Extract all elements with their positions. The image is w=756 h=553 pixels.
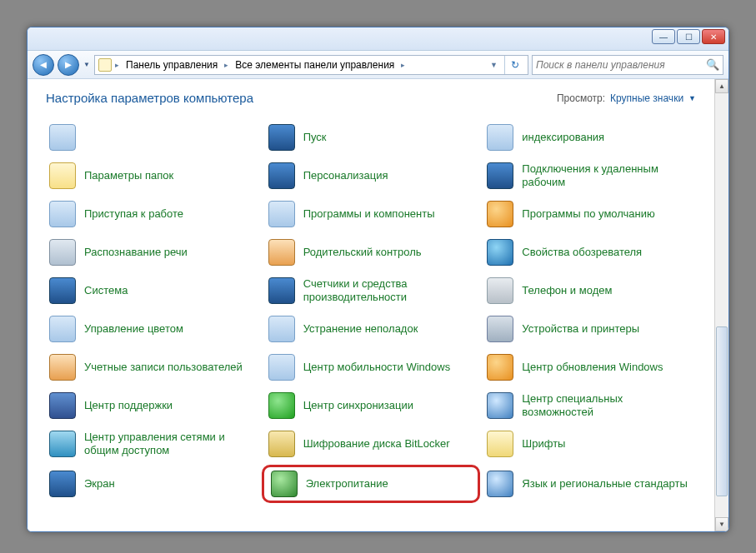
control-panel-item[interactable]: Свойства обозревателя	[483, 233, 696, 272]
control-panel-item[interactable]: Приступая к работе	[46, 195, 258, 233]
breadcrumb-chevron-icon[interactable]: ▸	[113, 61, 121, 69]
nav-history-dropdown[interactable]: ▼	[83, 59, 91, 71]
maximize-button[interactable]: ☐	[677, 29, 700, 44]
item-label: Центр управления сетями и общим доступом	[84, 431, 255, 456]
control-panel-item[interactable]: Центр синхронизации	[265, 386, 478, 425]
item-label: Центр синхронизации	[303, 399, 413, 412]
control-panel-item[interactable]: Распознавание речи	[46, 233, 258, 272]
control-panel-item[interactable]: Центр управления сетями и общим доступом	[46, 425, 258, 463]
breadcrumb-segment[interactable]: Панель управления	[123, 59, 221, 71]
control-panel-item[interactable]: Телефон и модем	[483, 272, 696, 310]
item-label: Распознавание речи	[84, 246, 188, 259]
minimize-button[interactable]: —	[652, 29, 675, 44]
item-label: Свойства обозревателя	[522, 246, 642, 259]
control-panel-item[interactable]: Центр поддержки	[46, 386, 258, 425]
item-icon	[49, 124, 76, 151]
search-input[interactable]	[536, 59, 706, 71]
control-panel-item[interactable]: Шрифты	[483, 425, 696, 463]
control-panel-item[interactable]: Устройства и принтеры	[483, 310, 696, 348]
control-panel-item[interactable]: Система	[46, 272, 258, 310]
control-panel-item[interactable]: Электропитание	[262, 465, 481, 503]
item-icon	[487, 354, 513, 381]
control-panel-item[interactable]: Родительский контроль	[265, 233, 478, 272]
item-icon	[268, 124, 295, 151]
item-label: Электропитание	[306, 477, 388, 491]
item-icon	[487, 239, 513, 266]
control-panel-item[interactable]: Подключения к удаленным рабочим	[483, 157, 696, 195]
item-label: Шифрование диска BitLocker	[303, 437, 450, 451]
item-icon	[268, 201, 295, 227]
control-panel-item[interactable]: Пуск	[265, 118, 478, 157]
control-panel-icon	[98, 58, 112, 72]
item-icon	[49, 431, 76, 457]
item-label: Центр поддержки	[84, 399, 173, 412]
control-panel-item[interactable]: Устранение неполадок	[265, 310, 478, 348]
scroll-track[interactable]	[715, 93, 728, 517]
breadcrumb-segment[interactable]: Все элементы панели управления	[232, 59, 398, 71]
item-label: Экран	[84, 477, 115, 491]
address-bar[interactable]: ▸ Панель управления ▸ Все элементы панел…	[94, 55, 528, 75]
item-icon	[268, 316, 295, 342]
item-label: Персонализация	[303, 169, 388, 182]
search-icon[interactable]: 🔍	[706, 58, 719, 71]
item-icon	[49, 316, 76, 342]
item-icon	[487, 431, 513, 457]
item-icon	[268, 354, 295, 381]
item-icon	[487, 277, 513, 304]
nav-forward-button[interactable]: ►	[58, 54, 79, 76]
control-panel-item[interactable]: Шифрование диска BitLocker	[265, 425, 478, 463]
item-icon	[49, 201, 76, 227]
nav-back-button[interactable]: ◄	[33, 54, 54, 76]
search-field[interactable]: 🔍	[532, 55, 723, 75]
item-label: Родительский контроль	[303, 246, 422, 259]
item-label: Язык и региональные стандарты	[522, 477, 687, 491]
breadcrumb-chevron-icon[interactable]: ▸	[223, 61, 230, 69]
control-panel-item[interactable]: Центр мобильности Windows	[265, 348, 478, 386]
items-grid: ПускиндексированияПараметры папокПерсона…	[46, 118, 696, 505]
item-icon	[487, 316, 513, 342]
chevron-down-icon[interactable]: ▼	[688, 94, 696, 102]
control-panel-item[interactable]: Язык и региональные стандарты	[483, 463, 696, 505]
control-panel-item[interactable]: индексирования	[483, 118, 696, 157]
view-selector[interactable]: Просмотр: Крупные значки ▼	[557, 92, 696, 104]
scroll-up-button[interactable]: ▲	[715, 79, 728, 93]
control-panel-item[interactable]: Счетчики и средства производительности	[265, 272, 478, 310]
item-icon	[268, 392, 295, 419]
control-panel-item[interactable]: Персонализация	[265, 157, 478, 195]
item-icon	[487, 392, 513, 419]
item-label: Учетные записи пользователей	[84, 361, 243, 374]
address-dropdown-icon[interactable]: ▼	[488, 61, 499, 69]
control-panel-item[interactable]: Учетные записи пользователей	[46, 348, 258, 386]
item-icon	[268, 162, 295, 189]
control-panel-item[interactable]	[46, 118, 258, 157]
item-icon	[49, 392, 76, 419]
control-panel-item[interactable]: Экран	[46, 463, 258, 505]
scroll-thumb[interactable]	[716, 326, 728, 496]
item-icon	[487, 471, 513, 497]
item-label: Телефон и модем	[522, 284, 612, 297]
item-icon	[268, 431, 295, 457]
page-title: Настройка параметров компьютера	[46, 91, 253, 105]
refresh-button[interactable]: ↻	[504, 56, 524, 74]
scroll-down-button[interactable]: ▼	[715, 517, 728, 531]
control-panel-item[interactable]: Программы и компоненты	[265, 195, 478, 233]
view-value[interactable]: Крупные значки	[610, 92, 683, 104]
control-panel-item[interactable]: Центр специальных возможностей	[483, 386, 696, 425]
item-icon	[271, 471, 298, 497]
breadcrumb-chevron-icon[interactable]: ▸	[399, 61, 407, 69]
control-panel-item[interactable]: Управление цветом	[46, 310, 258, 348]
item-icon	[268, 277, 295, 304]
item-label: Устройства и принтеры	[522, 322, 639, 336]
item-icon	[268, 239, 295, 266]
control-panel-item[interactable]: Параметры папок	[46, 157, 258, 195]
navbar: ◄ ► ▼ ▸ Панель управления ▸ Все элементы…	[28, 51, 728, 79]
content-area: Настройка параметров компьютера Просмотр…	[28, 79, 728, 531]
vertical-scrollbar[interactable]: ▲ ▼	[714, 79, 728, 531]
control-panel-window: — ☐ ✕ ◄ ► ▼ ▸ Панель управления ▸ Все эл…	[27, 27, 729, 532]
control-panel-item[interactable]: Программы по умолчанию	[483, 195, 696, 233]
control-panel-item[interactable]: Центр обновления Windows	[483, 348, 696, 386]
item-label: Пуск	[303, 131, 327, 144]
item-icon	[49, 471, 76, 497]
titlebar[interactable]: — ☐ ✕	[28, 27, 728, 51]
close-button[interactable]: ✕	[702, 29, 725, 44]
